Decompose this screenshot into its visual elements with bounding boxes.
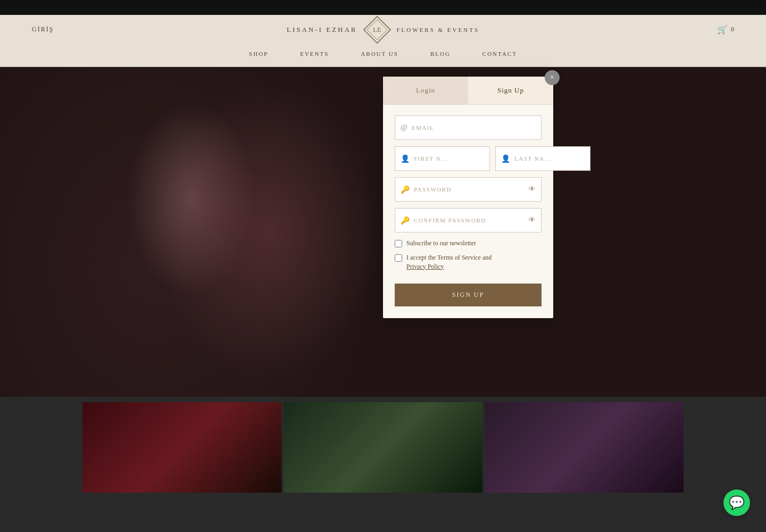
nav-about[interactable]: ABOUT US — [361, 51, 398, 57]
nav-contact[interactable]: CONTACT — [482, 51, 517, 57]
terms-label: I accept the Terms of Service and Privac… — [406, 253, 492, 271]
bottom-image-1 — [82, 402, 281, 493]
header: GİRİŞ LISAN-I EZHAR LE FLOWERS & EVENTS … — [0, 15, 766, 44]
key-icon-confirm: 🔑 — [401, 216, 410, 225]
nav-events[interactable]: EVENTS — [300, 51, 329, 57]
nav-blog[interactable]: BLOG — [430, 51, 451, 57]
cart-count: 0 — [731, 26, 734, 34]
bottom-section — [0, 397, 766, 498]
logo-text-left: LISAN-I EZHAR — [287, 26, 357, 34]
whatsapp-icon: 💬 — [729, 495, 745, 510]
email-icon: @ — [401, 123, 407, 132]
signup-form: @ 👤 👤 🔑 — [383, 105, 553, 318]
modal-overlay: × Login Sign Up @ 👤 — [0, 67, 766, 397]
privacy-policy-link[interactable]: Privacy Policy — [406, 263, 444, 270]
newsletter-checkbox-group: Subscribe to our newsletter — [395, 239, 542, 248]
person-icon-first: 👤 — [401, 154, 410, 163]
key-icon-password: 🔑 — [401, 185, 410, 194]
confirm-password-field[interactable] — [414, 217, 528, 223]
modal-tabs: Login Sign Up — [383, 77, 553, 105]
newsletter-label: Subscribe to our newsletter — [406, 239, 476, 248]
logo-text-right: FLOWERS & EVENTS — [396, 27, 479, 33]
navigation: SHOP EVENTS ABOUT US BLOG CONTACT — [0, 44, 766, 67]
firstname-field[interactable] — [414, 155, 484, 162]
cart[interactable]: 🛒 0 — [717, 24, 734, 35]
name-row: 👤 👤 — [395, 146, 542, 171]
tab-signup[interactable]: Sign Up — [468, 77, 553, 104]
svg-text:LE: LE — [373, 26, 381, 34]
terms-checkbox-group: I accept the Terms of Service and Privac… — [395, 253, 542, 271]
person-icon-last: 👤 — [501, 154, 510, 163]
lastname-input-group: 👤 — [495, 146, 590, 171]
nav-shop[interactable]: SHOP — [249, 51, 268, 57]
email-input-group: @ — [395, 115, 542, 140]
firstname-input-group: 👤 — [395, 146, 490, 171]
cart-icon: 🛒 — [717, 24, 728, 35]
signup-button[interactable]: SIGN UP — [395, 284, 542, 306]
signup-modal: × Login Sign Up @ 👤 — [383, 77, 553, 318]
top-bar — [0, 0, 766, 15]
password-field[interactable] — [414, 186, 528, 193]
logo-diamond: LE — [362, 15, 391, 44]
bottom-image-3 — [485, 402, 684, 493]
login-link[interactable]: GİRİŞ — [32, 26, 54, 34]
confirm-toggle-icon[interactable]: 👁 — [528, 216, 536, 225]
password-input-group: 🔑 👁 — [395, 177, 542, 202]
lastname-field[interactable] — [514, 155, 585, 162]
hero-area: × Login Sign Up @ 👤 — [0, 67, 766, 397]
password-toggle-icon[interactable]: 👁 — [528, 185, 536, 194]
whatsapp-button[interactable]: 💬 — [723, 489, 750, 516]
bottom-image-2 — [284, 402, 482, 493]
terms-checkbox[interactable] — [395, 254, 402, 262]
tab-login[interactable]: Login — [383, 77, 468, 104]
email-field[interactable] — [412, 124, 536, 131]
newsletter-checkbox[interactable] — [395, 240, 402, 247]
modal-close-button[interactable]: × — [545, 70, 560, 85]
confirm-password-input-group: 🔑 👁 — [395, 208, 542, 232]
close-icon: × — [550, 73, 554, 82]
logo: LISAN-I EZHAR LE FLOWERS & EVENTS — [287, 15, 479, 44]
terms-text: I accept the Terms of Service and — [406, 254, 492, 261]
